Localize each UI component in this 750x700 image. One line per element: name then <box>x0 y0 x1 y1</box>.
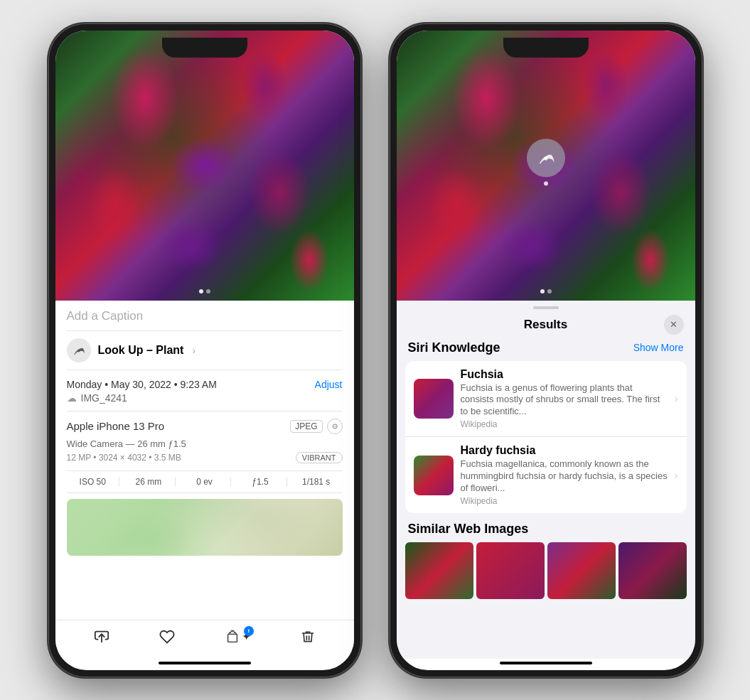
date-text: Monday • May 30, 2022 • 9:23 AM <box>67 379 217 390</box>
exif-iso: ISO 50 <box>67 477 120 487</box>
photo-info-panel: Add a Caption Look Up – Plant <box>55 301 354 620</box>
results-content: Siri Knowledge Show More Fuchsia Fuchsia… <box>397 340 695 659</box>
favorite-button[interactable] <box>159 629 175 645</box>
exif-shutter: 1/181 s <box>290 477 343 487</box>
web-image-1[interactable] <box>405 542 473 599</box>
notch1 <box>162 38 247 58</box>
phone2-screen: Results ✕ Siri Knowledge Show More <box>397 31 695 670</box>
share-button[interactable] <box>94 629 109 645</box>
results-sheet: Results ✕ Siri Knowledge Show More <box>397 301 695 659</box>
web-image-4[interactable] <box>618 542 687 599</box>
siri-knowledge-header: Siri Knowledge Show More <box>405 340 687 355</box>
web-images-section: Similar Web Images <box>405 522 687 599</box>
hardy-fuchsia-chevron-icon: › <box>675 470 678 481</box>
hardy-fuchsia-thumbnail <box>414 456 454 495</box>
hardy-fuchsia-text: Hardy fuchsia Fuchsia magellanica, commo… <box>461 444 668 506</box>
siri-knowledge-title: Siri Knowledge <box>408 340 500 355</box>
close-button[interactable]: ✕ <box>664 315 684 335</box>
hardy-fuchsia-title: Hardy fuchsia <box>461 444 668 457</box>
caption-placeholder[interactable]: Add a Caption <box>67 309 144 323</box>
web-images-grid <box>405 542 687 599</box>
knowledge-item-hardy-fuchsia[interactable]: Hardy fuchsia Fuchsia magellanica, commo… <box>405 437 687 513</box>
web-image-3[interactable] <box>547 542 616 599</box>
fuchsia-desc: Fuchsia is a genus of flowering plants t… <box>461 382 668 419</box>
show-more-button[interactable]: Show More <box>633 342 684 353</box>
fuchsia-chevron-icon: › <box>675 393 678 404</box>
visual-lookup-badge <box>527 139 565 177</box>
phone1-screen: Add a Caption Look Up – Plant <box>55 31 354 670</box>
web-image-2[interactable] <box>476 542 545 599</box>
notch2 <box>503 38 589 58</box>
svg-rect-2 <box>227 634 237 642</box>
hardy-fuchsia-desc: Fuchsia magellanica, commonly known as t… <box>461 458 668 495</box>
phone1-frame: Add a Caption Look Up – Plant <box>48 23 361 677</box>
exif-mm: 26 mm <box>122 477 176 487</box>
lookup-results-view: Results ✕ Siri Knowledge Show More <box>397 31 695 670</box>
adjust-button[interactable]: Adjust <box>315 379 343 390</box>
settings-icon: ⊙ <box>327 419 343 434</box>
home-indicator1 <box>159 662 251 664</box>
exif-aperture: ƒ1.5 <box>234 477 287 487</box>
info-button[interactable]: ✦ i <box>225 629 251 645</box>
knowledge-card: Fuchsia Fuchsia is a genus of flowering … <box>405 361 687 513</box>
phone2-frame: Results ✕ Siri Knowledge Show More <box>390 23 702 677</box>
home-indicator2 <box>500 662 592 664</box>
photo-detail-view: Add a Caption Look Up – Plant <box>55 31 354 670</box>
map-preview[interactable] <box>67 499 343 556</box>
knowledge-item-fuchsia[interactable]: Fuchsia Fuchsia is a genus of flowering … <box>405 361 687 438</box>
camera-name: Apple iPhone 13 Pro <box>67 420 165 432</box>
fuchsia-title: Fuchsia <box>461 368 668 381</box>
exif-ev: 0 ev <box>178 477 232 487</box>
bottom-toolbar: ✦ i <box>55 620 354 659</box>
web-images-title: Similar Web Images <box>408 522 529 536</box>
results-title: Results <box>428 318 664 332</box>
photo-hero2 <box>397 31 695 301</box>
fuchsia-thumbnail <box>414 379 454 419</box>
lookup-label: Look Up – Plant <box>98 344 184 357</box>
delete-button[interactable] <box>301 629 315 645</box>
camera-section: Apple iPhone 13 Pro JPEG ⊙ Wide Camera —… <box>67 411 343 471</box>
fuchsia-text: Fuchsia Fuchsia is a genus of flowering … <box>461 368 668 430</box>
lookup-chevron-icon: › <box>192 345 195 356</box>
date-section: Monday • May 30, 2022 • 9:23 AM Adjust ☁… <box>67 370 343 411</box>
specs-text: 12 MP • 3024 × 4032 • 3.5 MB <box>67 453 181 463</box>
hardy-fuchsia-source: Wikipedia <box>461 496 668 506</box>
lookup-icon <box>67 338 91 362</box>
jpeg-badge: JPEG <box>290 420 322 433</box>
svg-point-3 <box>544 157 547 161</box>
vibrant-badge: VIBRANT <box>296 452 343 463</box>
caption-area[interactable]: Add a Caption <box>67 301 343 331</box>
photo-hero1[interactable] <box>55 31 354 301</box>
svg-point-0 <box>77 350 80 352</box>
results-header: Results ✕ <box>397 312 695 340</box>
filename-text: IMG_4241 <box>81 392 127 404</box>
lookup-row[interactable]: Look Up – Plant › <box>67 331 343 370</box>
fuchsia-source: Wikipedia <box>461 419 668 429</box>
camera-details: Wide Camera — 26 mm ƒ1.5 <box>67 438 343 449</box>
exif-row: ISO 50 26 mm 0 ev ƒ1.5 1/181 s <box>67 471 343 493</box>
cloud-icon: ☁ <box>67 392 77 404</box>
sheet-handle <box>533 306 559 309</box>
